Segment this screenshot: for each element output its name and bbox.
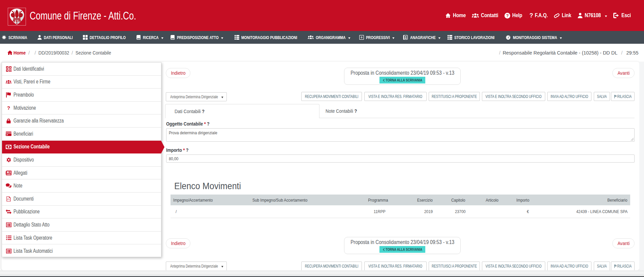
svg-text:?: ? xyxy=(506,13,509,18)
